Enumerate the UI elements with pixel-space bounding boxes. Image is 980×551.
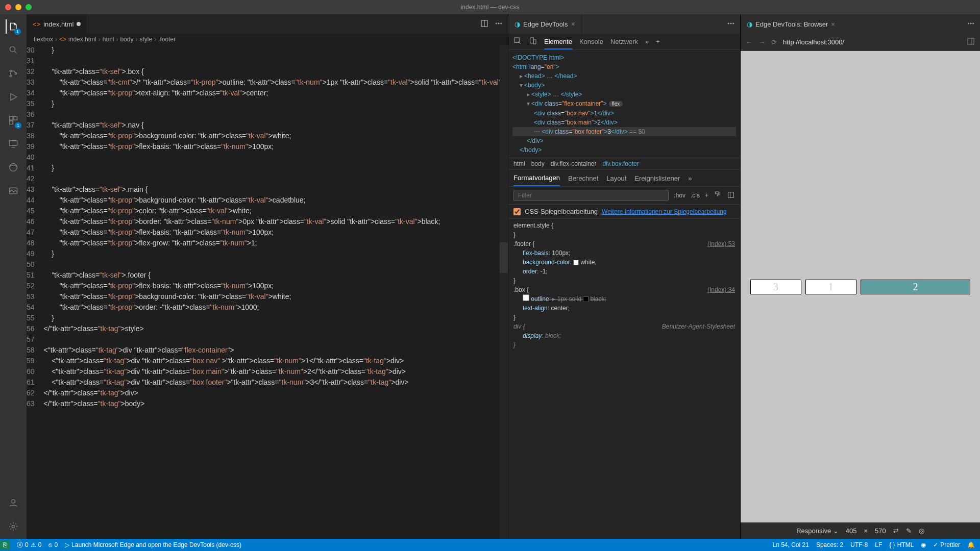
tab-computed[interactable]: Berechnet xyxy=(568,174,598,182)
rotate-icon[interactable]: ⇄ xyxy=(893,527,899,535)
svg-rect-4 xyxy=(10,117,13,120)
unsaved-dot-icon xyxy=(77,22,81,26)
tab-listeners[interactable]: Ereignislistener xyxy=(634,174,680,182)
close-window-button[interactable] xyxy=(5,4,11,10)
explorer-icon[interactable]: 1 xyxy=(6,19,20,34)
eol[interactable]: LF xyxy=(875,541,882,548)
breadcrumb[interactable]: flexbox› <>index.html› html› body› style… xyxy=(27,34,508,45)
device-toolbar: Responsive ⌄ 405 × 570 ⇄ ✎ ◎ xyxy=(741,522,980,539)
window-controls xyxy=(5,4,32,10)
browser-panel: ◑ Edge DevTools: Browser × ← → ⟳ http://… xyxy=(740,14,980,539)
reload-icon[interactable]: ⟳ xyxy=(771,38,777,46)
wand-icon[interactable]: ✎ xyxy=(906,527,912,535)
close-icon[interactable]: × xyxy=(831,20,835,28)
viewport-width[interactable]: 405 xyxy=(846,527,857,535)
viewport-height[interactable]: 570 xyxy=(875,527,886,535)
svg-point-1 xyxy=(10,70,11,71)
styles-filter-input[interactable] xyxy=(513,190,669,201)
tab-label: index.html xyxy=(43,20,74,28)
tab-styles[interactable]: Formatvorlagen xyxy=(513,174,560,186)
svg-point-11 xyxy=(12,525,15,528)
tab-elements[interactable]: Elemente xyxy=(544,38,572,49)
back-icon[interactable]: ← xyxy=(746,38,752,46)
svg-point-26 xyxy=(973,23,974,24)
remote-indicator[interactable]: ⎘ xyxy=(0,540,10,549)
more-actions-icon[interactable] xyxy=(727,19,735,29)
extensions-icon[interactable]: 1 xyxy=(6,113,20,128)
window-title: index.html — dev-css xyxy=(461,4,520,11)
minimap[interactable] xyxy=(500,45,508,539)
more-actions-icon[interactable] xyxy=(967,19,975,29)
more-tabs-icon[interactable]: » xyxy=(688,174,692,182)
devtools-tab[interactable]: ◑ Edge DevTools × xyxy=(508,14,582,34)
mirror-info-link[interactable]: Weitere Informationen zur Spiegelbearbei… xyxy=(602,208,727,215)
run-debug-icon[interactable] xyxy=(6,90,20,104)
screenshot-icon[interactable]: ◎ xyxy=(919,527,924,535)
dom-tree[interactable]: <!DOCTYPE html> <html lang="en"> <head> … xyxy=(508,50,740,158)
encoding[interactable]: UTF-8 xyxy=(850,541,868,548)
device-toggle-icon[interactable] xyxy=(529,37,537,46)
hov-toggle[interactable]: :hov xyxy=(674,192,685,199)
source-control-icon[interactable] xyxy=(6,66,20,81)
remote-explorer-icon[interactable] xyxy=(6,137,20,151)
svg-point-2 xyxy=(10,75,11,77)
selected-dom-node[interactable]: ⋯ <div class="box footer">3</div> == $0 xyxy=(512,127,736,136)
launch-edge-item[interactable]: ▷ Launch Microsoft Edge and open the Edg… xyxy=(65,541,241,548)
gallery-icon[interactable] xyxy=(6,184,20,198)
devtools-toolbar: Elemente Konsole Netzwerk » + xyxy=(508,34,740,50)
open-devtools-icon[interactable] xyxy=(967,37,975,47)
close-icon[interactable]: × xyxy=(571,20,575,28)
indentation[interactable]: Spaces: 2 xyxy=(816,541,843,548)
svg-point-17 xyxy=(730,23,731,24)
cls-toggle[interactable]: .cls xyxy=(691,192,700,199)
titlebar: index.html — dev-css xyxy=(0,0,980,14)
accounts-icon[interactable] xyxy=(6,496,20,510)
outline-prop-checkbox[interactable] xyxy=(523,294,529,301)
mirror-checkbox[interactable] xyxy=(513,208,521,215)
browser-viewport[interactable]: 3 1 2 xyxy=(741,51,980,522)
svg-point-3 xyxy=(15,72,16,74)
ports-item[interactable]: ⎋ 0 xyxy=(48,541,58,548)
html-file-icon: <> xyxy=(59,36,66,43)
split-editor-icon[interactable] xyxy=(480,19,488,29)
svg-rect-20 xyxy=(530,38,534,43)
computed-toggle-icon[interactable] xyxy=(727,191,735,201)
edge-tools-icon[interactable] xyxy=(6,160,20,174)
paint-icon[interactable] xyxy=(714,191,722,201)
add-tab-icon[interactable]: + xyxy=(656,38,660,45)
minimize-window-button[interactable] xyxy=(15,4,21,10)
notifications-icon[interactable]: 🔔 xyxy=(967,541,975,548)
styles-pane[interactable]: element.style { } .footer {(Index):53 fl… xyxy=(508,219,740,539)
tab-layout[interactable]: Layout xyxy=(606,174,626,182)
svg-rect-27 xyxy=(968,38,974,44)
prettier-item[interactable]: ✓ Prettier xyxy=(933,541,960,548)
url-bar[interactable]: http://localhost:3000/ xyxy=(783,38,961,46)
settings-gear-icon[interactable] xyxy=(6,519,20,534)
code-editor[interactable]: 3031323334353637383940414243444546474849… xyxy=(27,45,508,539)
more-actions-icon[interactable] xyxy=(495,19,503,29)
tab-network[interactable]: Netzwerk xyxy=(610,38,638,45)
forward-icon[interactable]: → xyxy=(758,38,765,46)
language-mode[interactable]: { } HTML xyxy=(889,541,914,548)
tab-console[interactable]: Konsole xyxy=(579,38,603,45)
live-server-icon[interactable]: ◉ xyxy=(921,541,926,548)
preview-box-nav: 1 xyxy=(805,280,856,294)
more-tabs-icon[interactable]: » xyxy=(645,38,649,45)
svg-rect-5 xyxy=(14,117,17,120)
dom-breadcrumb[interactable]: html body div.flex-container div.box.foo… xyxy=(508,158,740,169)
tab-index-html[interactable]: <> index.html xyxy=(27,14,87,34)
svg-point-10 xyxy=(12,499,15,503)
svg-point-8 xyxy=(10,164,17,171)
search-icon[interactable] xyxy=(6,43,20,57)
new-rule-icon[interactable]: + xyxy=(705,192,708,199)
cursor-position[interactable]: Ln 54, Col 21 xyxy=(773,541,809,548)
inspect-icon[interactable] xyxy=(513,37,522,46)
device-select[interactable]: Responsive ⌄ xyxy=(796,527,839,535)
problems-item[interactable]: ⓧ 0 ⚠ 0 xyxy=(17,541,41,549)
svg-rect-6 xyxy=(10,121,13,124)
browser-tab[interactable]: ◑ Edge DevTools: Browser × xyxy=(741,14,841,34)
html-file-icon: <> xyxy=(33,20,40,28)
svg-point-15 xyxy=(501,23,502,24)
svg-point-25 xyxy=(970,23,971,24)
maximize-window-button[interactable] xyxy=(26,4,32,10)
